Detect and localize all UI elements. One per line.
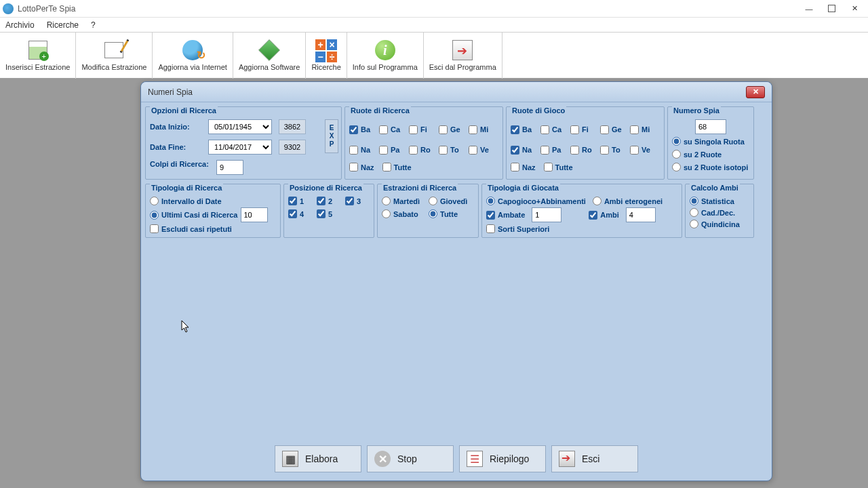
tool-aggiorna-soft[interactable]: Aggiorna Software bbox=[233, 33, 307, 79]
btn-stop[interactable]: ✕Stop bbox=[367, 445, 454, 472]
chk-sorti[interactable]: Sorti Superiori bbox=[486, 224, 677, 233]
chk-rg-fi[interactable]: Fi bbox=[570, 125, 600, 134]
radio-due[interactable]: su 2 Ruote bbox=[672, 150, 749, 159]
exit-icon bbox=[452, 39, 473, 61]
workspace: Numeri Spia ✕ Opzioni di Ricerca Data In… bbox=[0, 79, 868, 488]
chk-rg-ve[interactable]: Ve bbox=[630, 146, 660, 155]
radio-martedi[interactable]: Martedì bbox=[382, 197, 427, 205]
radio-cad[interactable]: Cad./Dec. bbox=[690, 208, 749, 217]
tool-inserisci[interactable]: Inserisci Estrazione bbox=[0, 33, 76, 79]
group-opzioni: Opzioni di Ricerca Data Inizio: 05/01/19… bbox=[145, 106, 342, 180]
radio-giovedi[interactable]: Giovedì bbox=[429, 197, 474, 205]
chk-rg-ba[interactable]: Ba bbox=[511, 125, 540, 134]
radio-tutte[interactable]: Tutte bbox=[429, 209, 474, 218]
chk-rg-ca[interactable]: Ca bbox=[540, 125, 570, 134]
titlebar: LottoPerTe Spia — ✕ bbox=[0, 0, 868, 18]
chk-rg-na[interactable]: Na bbox=[511, 146, 540, 155]
radio-intervallo[interactable]: Intervallo di Date bbox=[150, 197, 276, 205]
chk-rg-tutte[interactable]: Tutte bbox=[544, 163, 573, 171]
edit-icon bbox=[103, 39, 125, 61]
menubar: Archivio Ricerche ? bbox=[0, 18, 868, 33]
chk-rr-naz[interactable]: Naz bbox=[349, 163, 374, 171]
maximize-button[interactable] bbox=[828, 5, 835, 12]
input-data-fine[interactable]: 11/04/2017 bbox=[208, 140, 272, 155]
legend-opzioni: Opzioni di Ricerca bbox=[150, 106, 218, 115]
globe-refresh-icon bbox=[182, 39, 203, 61]
chk-pos-5[interactable]: 5 bbox=[317, 209, 344, 218]
dialog-numeri-spia: Numeri Spia ✕ Opzioni di Ricerca Data In… bbox=[140, 81, 772, 481]
calculator-small-icon: ▦ bbox=[282, 451, 298, 467]
radio-stat[interactable]: Statistica bbox=[690, 197, 749, 205]
radio-sabato[interactable]: Sabato bbox=[382, 209, 427, 218]
chk-rr-fi[interactable]: Fi bbox=[409, 125, 439, 134]
group-ruote-ricerca: Ruote di Ricerca Ba Ca Fi Ge Mi Na Pa Ro… bbox=[344, 106, 503, 180]
input-ambi[interactable] bbox=[626, 207, 656, 222]
readout-data-inizio bbox=[279, 119, 306, 134]
tool-aggiorna-net-label: Aggiorna via Internet bbox=[158, 63, 227, 71]
chk-ambi[interactable]: Ambi bbox=[589, 211, 619, 220]
radio-etero[interactable]: Ambi eterogenei bbox=[593, 197, 663, 205]
radio-isotopi[interactable]: su 2 Ruote isotopi bbox=[672, 163, 749, 171]
chk-rr-ro[interactable]: Ro bbox=[409, 146, 439, 155]
chk-rr-to[interactable]: To bbox=[439, 146, 469, 155]
group-ruote-gioco: Ruote di Gioco Ba Ca Fi Ge Mi Na Pa Ro T… bbox=[506, 106, 665, 180]
chk-ambate[interactable]: Ambate bbox=[486, 211, 525, 220]
tool-inserisci-label: Inserisci Estrazione bbox=[5, 63, 70, 71]
input-data-inizio[interactable]: 05/01/1945 bbox=[208, 119, 272, 134]
menu-help[interactable]: ? bbox=[91, 20, 96, 30]
legend-ruote-ricerca: Ruote di Ricerca bbox=[349, 106, 411, 115]
minimize-button[interactable]: — bbox=[802, 4, 816, 14]
dialog-title: Numeri Spia bbox=[148, 87, 193, 97]
close-button[interactable]: ✕ bbox=[848, 4, 861, 14]
chk-rr-ge[interactable]: Ge bbox=[439, 125, 469, 134]
tool-info-label: Info sul Programma bbox=[353, 63, 418, 71]
chk-rg-ge[interactable]: Ge bbox=[600, 125, 630, 134]
tool-modifica[interactable]: Modifica Estrazione bbox=[76, 33, 153, 79]
radio-capo[interactable]: Capogioco+Abbinamenti bbox=[486, 197, 586, 205]
chk-pos-4[interactable]: 4 bbox=[288, 209, 315, 218]
app-icon bbox=[3, 3, 14, 14]
chk-pos-2[interactable]: 2 bbox=[317, 197, 344, 205]
readout-data-fine bbox=[279, 140, 306, 155]
chk-rg-ro[interactable]: Ro bbox=[570, 146, 600, 155]
btn-esci[interactable]: Esci bbox=[551, 445, 638, 472]
input-ultimi[interactable] bbox=[241, 207, 268, 222]
tool-ricerche[interactable]: +×−÷ Ricerche bbox=[306, 33, 347, 79]
chk-rg-mi[interactable]: Mi bbox=[630, 125, 660, 134]
menu-ricerche[interactable]: Ricerche bbox=[47, 20, 79, 30]
chk-rr-ca[interactable]: Ca bbox=[379, 125, 409, 134]
tool-ricerche-label: Ricerche bbox=[311, 63, 340, 71]
chk-rr-na[interactable]: Na bbox=[349, 146, 379, 155]
chk-escludi[interactable]: Escludi casi ripetuti bbox=[150, 224, 276, 233]
chk-rg-pa[interactable]: Pa bbox=[540, 146, 570, 155]
chk-rr-pa[interactable]: Pa bbox=[379, 146, 409, 155]
input-ambate[interactable] bbox=[532, 207, 561, 222]
radio-ultimi[interactable]: Ultimi Casi di Ricerca bbox=[150, 211, 238, 220]
tool-aggiorna-net[interactable]: Aggiorna via Internet bbox=[153, 33, 233, 79]
tool-esci-label: Esci dal Programma bbox=[429, 63, 496, 71]
chk-pos-3[interactable]: 3 bbox=[345, 197, 372, 205]
input-numero-spia[interactable] bbox=[695, 119, 726, 134]
chk-rg-to[interactable]: To bbox=[600, 146, 630, 155]
group-estrazioni: Estrazioni di Ricerca Martedì Giovedì Sa… bbox=[377, 184, 479, 238]
menu-archivio[interactable]: Archivio bbox=[5, 20, 35, 30]
chk-rr-tutte[interactable]: Tutte bbox=[382, 163, 412, 171]
chk-rr-ve[interactable]: Ve bbox=[469, 146, 498, 155]
legend-posizione: Posizione di Ricerca bbox=[288, 184, 363, 192]
btn-elabora[interactable]: ▦Elabora bbox=[275, 445, 361, 472]
chk-rg-naz[interactable]: Naz bbox=[511, 163, 536, 171]
tool-info[interactable]: i Info sul Programma bbox=[347, 33, 424, 79]
exp-button[interactable]: EXP bbox=[325, 119, 338, 153]
radio-singola[interactable]: su Singola Ruota bbox=[672, 137, 749, 146]
tool-esci[interactable]: Esci dal Programma bbox=[424, 33, 502, 79]
chk-rr-ba[interactable]: Ba bbox=[349, 125, 379, 134]
chk-pos-1[interactable]: 1 bbox=[288, 197, 315, 205]
input-colpi[interactable] bbox=[216, 160, 243, 175]
chk-rr-mi[interactable]: Mi bbox=[469, 125, 498, 134]
calculator-icon: +×−÷ bbox=[315, 39, 337, 61]
btn-riepilogo[interactable]: ☰Riepilogo bbox=[459, 445, 546, 472]
group-tipologia-ricerca: Tipologia di Ricerca Intervallo di Date … bbox=[145, 184, 281, 238]
dialog-titlebar: Numeri Spia ✕ bbox=[141, 82, 772, 102]
dialog-close-button[interactable]: ✕ bbox=[746, 86, 765, 98]
radio-quin[interactable]: Quindicina bbox=[690, 220, 749, 228]
